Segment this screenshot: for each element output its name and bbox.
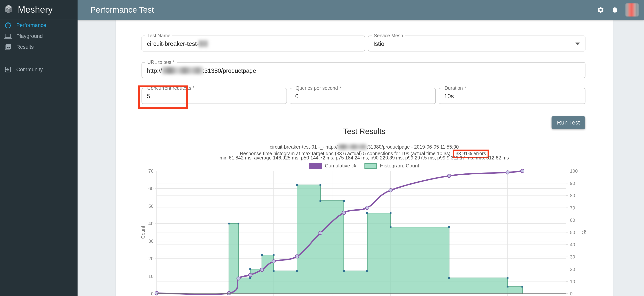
exit-arrow-icon xyxy=(4,66,12,73)
sidebar-divider xyxy=(0,57,78,57)
legend-item-histogram: Histogram: Count xyxy=(364,163,419,169)
chart-stats-line: min 61.842 ms, average 146.925 ms, p50 1… xyxy=(116,155,612,161)
duration-value: 10s xyxy=(444,93,454,100)
svg-text:40: 40 xyxy=(570,242,575,247)
url-prefix: http:// xyxy=(147,67,162,74)
settings-gear-icon[interactable] xyxy=(597,6,604,14)
service-mesh-label: Service Mesh xyxy=(372,33,405,39)
svg-text:0: 0 xyxy=(151,291,154,296)
redacted-text xyxy=(162,67,203,74)
url-suffix: :31380/productpage xyxy=(203,67,256,74)
laptop-icon xyxy=(4,33,12,40)
page-title: Performance Test xyxy=(90,5,154,15)
results-heading: Test Results xyxy=(116,127,612,136)
qps-label: Queries per second * xyxy=(294,85,343,91)
service-mesh-value: Istio xyxy=(373,40,384,47)
legend-item-cumulative: Cumulative % xyxy=(310,163,356,169)
green-swatch-icon xyxy=(364,163,377,169)
svg-text:30: 30 xyxy=(570,254,575,259)
app-title: Meshery xyxy=(18,4,53,15)
duration-label: Duration * xyxy=(442,85,468,91)
sidebar-nav: Performance Playground Results xyxy=(0,20,78,82)
results-chart-svg: 0102030405060700102030405060708090100Cou… xyxy=(116,169,612,296)
qps-field[interactable]: Queries per second * 0 xyxy=(290,88,436,104)
purple-swatch-icon xyxy=(310,163,322,169)
svg-text:%: % xyxy=(582,230,587,234)
svg-text:70: 70 xyxy=(570,205,575,211)
qps-value: 0 xyxy=(295,93,298,100)
chart-image-icon xyxy=(4,43,12,51)
chart-title-line: circuit-breaker-test-01 -_- http://:3138… xyxy=(116,144,612,150)
sidebar-item-label: Results xyxy=(16,44,34,50)
sidebar-item-playground[interactable]: Playground xyxy=(0,31,78,42)
sidebar-item-results[interactable]: Results xyxy=(0,42,78,52)
concurrent-requests-field[interactable]: Concurrent requests * 5 xyxy=(142,88,287,104)
concurrent-requests-label: Concurrent requests * xyxy=(146,85,196,91)
notifications-bell-icon[interactable] xyxy=(611,6,619,14)
sidebar-item-label: Playground xyxy=(16,33,43,39)
svg-text:30: 30 xyxy=(148,238,154,244)
brand[interactable]: Meshery xyxy=(0,0,78,20)
svg-text:80: 80 xyxy=(570,193,575,198)
sidebar-secondary: Community xyxy=(0,61,78,78)
sidebar-item-label: Community xyxy=(16,67,43,73)
svg-text:20: 20 xyxy=(148,256,154,261)
meshery-app: Meshery Performance Playground Results xyxy=(0,0,644,296)
svg-text:10: 10 xyxy=(570,279,575,284)
svg-text:50: 50 xyxy=(148,204,154,209)
sidebar-item-label: Performance xyxy=(16,22,46,28)
meshery-logo-icon xyxy=(4,4,14,15)
service-mesh-select[interactable]: Service Mesh Istio xyxy=(368,36,586,52)
sidebar: Meshery Performance Playground Results xyxy=(0,0,78,296)
svg-text:10: 10 xyxy=(148,274,154,279)
svg-text:40: 40 xyxy=(148,221,154,226)
user-avatar[interactable] xyxy=(626,3,638,17)
svg-text:100: 100 xyxy=(570,169,578,174)
chevron-down-icon xyxy=(575,43,580,45)
content-card: Test Name circuit-breaker-test- Service … xyxy=(116,20,612,296)
svg-text:20: 20 xyxy=(570,267,575,272)
test-name-value: circuit-breaker-test- xyxy=(147,40,199,47)
concurrent-requests-value: 5 xyxy=(147,93,150,100)
duration-field[interactable]: Duration * 10s xyxy=(439,88,586,104)
url-field[interactable]: URL to test * http://:31380/productpage xyxy=(142,62,586,78)
svg-text:50: 50 xyxy=(570,230,575,235)
test-name-field[interactable]: Test Name circuit-breaker-test- xyxy=(142,36,365,52)
redacted-text xyxy=(199,40,208,47)
header: Performance Test xyxy=(78,0,644,20)
chart-legend: Cumulative % Histogram: Count xyxy=(116,163,612,169)
svg-text:Count: Count xyxy=(140,226,146,239)
stopwatch-icon xyxy=(4,22,12,29)
sidebar-item-performance[interactable]: Performance xyxy=(0,20,78,31)
sidebar-item-community[interactable]: Community xyxy=(0,61,78,78)
results-chart: 0102030405060700102030405060708090100Cou… xyxy=(116,169,612,296)
svg-text:0: 0 xyxy=(570,291,572,296)
svg-text:60: 60 xyxy=(570,218,575,223)
redacted-text xyxy=(338,144,367,149)
sidebar-divider xyxy=(0,82,78,82)
url-label: URL to test * xyxy=(146,59,176,65)
svg-text:70: 70 xyxy=(148,169,154,174)
header-actions xyxy=(597,0,638,20)
svg-text:60: 60 xyxy=(148,186,154,191)
svg-text:90: 90 xyxy=(570,181,575,186)
test-name-label: Test Name xyxy=(146,33,172,39)
